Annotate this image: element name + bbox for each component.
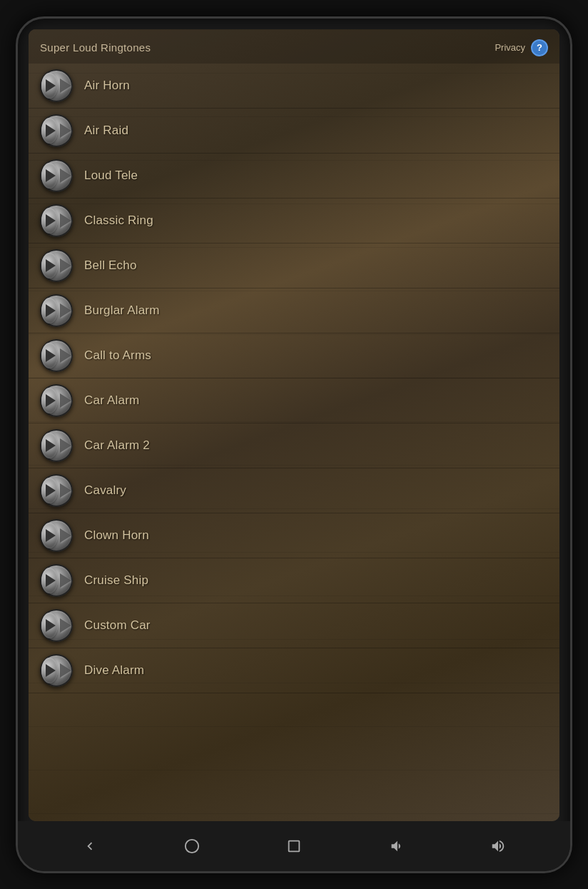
play-icon-11 — [46, 529, 56, 542]
svg-rect-1 — [289, 840, 300, 851]
header-right: Privacy ? — [495, 39, 548, 56]
play-icon-9 — [46, 439, 56, 452]
play-button-1[interactable] — [40, 69, 73, 102]
play-button-8[interactable] — [40, 384, 73, 417]
list-item[interactable]: Loud Tele — [29, 154, 559, 199]
list-item[interactable]: Cruise Ship — [29, 558, 559, 603]
list-item[interactable]: Car Alarm 2 — [29, 423, 559, 468]
play-icon-5 — [46, 259, 56, 272]
track-name-3: Loud Tele — [84, 169, 138, 183]
back-button[interactable] — [74, 830, 106, 862]
play-button-2[interactable] — [40, 114, 73, 147]
list-item[interactable]: Bell Echo — [29, 243, 559, 288]
play-icon-2 — [46, 124, 56, 137]
track-name-13: Custom Car — [84, 618, 151, 633]
play-button-14[interactable] — [40, 654, 73, 687]
list-item[interactable]: Burglar Alarm — [29, 288, 559, 333]
play-icon-8 — [46, 394, 56, 407]
play-button-13[interactable] — [40, 609, 73, 642]
list-item[interactable]: Cavalry — [29, 468, 559, 513]
play-icon-3 — [46, 169, 56, 182]
device-frame: Super Loud Ringtones Privacy ? Air HornA… — [16, 16, 572, 873]
list-item[interactable]: Dive Alarm — [29, 648, 559, 693]
volume-down-button[interactable] — [380, 830, 412, 862]
track-name-8: Car Alarm — [84, 393, 139, 408]
track-name-9: Car Alarm 2 — [84, 438, 150, 453]
play-button-4[interactable] — [40, 204, 73, 237]
screen: Super Loud Ringtones Privacy ? Air HornA… — [29, 29, 559, 821]
track-name-4: Classic Ring — [84, 214, 153, 228]
track-name-2: Air Raid — [84, 124, 128, 138]
play-button-11[interactable] — [40, 519, 73, 552]
play-button-6[interactable] — [40, 294, 73, 327]
list-item[interactable]: Car Alarm — [29, 378, 559, 423]
list-item[interactable]: Call to Arms — [29, 333, 559, 378]
list-item[interactable]: Air Horn — [29, 64, 559, 109]
play-button-9[interactable] — [40, 429, 73, 462]
play-icon-13 — [46, 619, 56, 632]
track-name-10: Cavalry — [84, 483, 126, 498]
play-icon-14 — [46, 664, 56, 677]
play-button-3[interactable] — [40, 159, 73, 192]
track-name-1: Air Horn — [84, 79, 130, 93]
volume-up-button[interactable] — [482, 830, 514, 862]
app-title: Super Loud Ringtones — [40, 41, 151, 54]
list-item[interactable]: Clown Horn — [29, 513, 559, 558]
list-item[interactable]: Custom Car — [29, 603, 559, 648]
play-icon-10 — [46, 484, 56, 497]
track-name-6: Burglar Alarm — [84, 303, 160, 318]
privacy-link[interactable]: Privacy — [495, 42, 525, 53]
list-item[interactable]: Classic Ring — [29, 199, 559, 243]
play-button-5[interactable] — [40, 249, 73, 282]
play-icon-6 — [46, 304, 56, 317]
home-button[interactable] — [176, 830, 208, 862]
list-item[interactable]: Air Raid — [29, 109, 559, 154]
play-icon-12 — [46, 574, 56, 587]
track-name-11: Clown Horn — [84, 528, 149, 543]
app-header: Super Loud Ringtones Privacy ? — [29, 29, 559, 64]
play-icon-1 — [46, 79, 56, 92]
ringtone-list: Air HornAir RaidLoud TeleClassic RingBel… — [29, 64, 559, 821]
track-name-12: Cruise Ship — [84, 573, 148, 588]
recents-button[interactable] — [278, 830, 310, 862]
track-name-5: Bell Echo — [84, 258, 137, 273]
app-content: Super Loud Ringtones Privacy ? Air HornA… — [29, 29, 559, 821]
play-button-12[interactable] — [40, 564, 73, 597]
play-button-7[interactable] — [40, 339, 73, 372]
svg-point-0 — [186, 839, 198, 852]
play-button-10[interactable] — [40, 474, 73, 507]
track-name-7: Call to Arms — [84, 348, 151, 363]
navigation-bar — [18, 821, 570, 871]
play-icon-7 — [46, 349, 56, 362]
track-name-14: Dive Alarm — [84, 663, 144, 678]
help-icon[interactable]: ? — [531, 39, 548, 56]
play-icon-4 — [46, 214, 56, 227]
